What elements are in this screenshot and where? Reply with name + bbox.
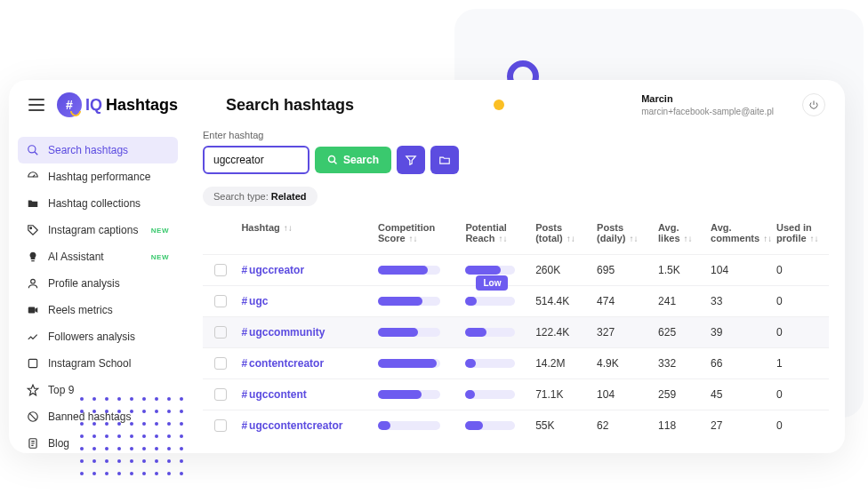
- power-button[interactable]: [802, 93, 825, 116]
- svg-point-2: [31, 279, 36, 283]
- table-row: #ugccontent 71.1K 104 259 45 0: [203, 378, 829, 410]
- used-value: 0: [776, 326, 829, 339]
- posts-total-value: 260K: [535, 264, 597, 276]
- hashtag-link[interactable]: #ugccommunity: [241, 326, 325, 339]
- sidebar-item-label: Search hashtags: [48, 144, 128, 156]
- power-icon: [808, 100, 819, 110]
- search-label: Enter hashtag: [203, 130, 829, 140]
- main-content: Enter hashtag Search Search type: Relate…: [187, 130, 845, 453]
- gauge-icon: [27, 171, 39, 183]
- user-name: Marcin: [641, 92, 774, 105]
- reach-tooltip: Low: [476, 275, 508, 291]
- hashtag-link[interactable]: #ugccreator: [241, 264, 304, 276]
- used-value: 0: [776, 419, 829, 432]
- hamburger-menu-icon[interactable]: [28, 99, 44, 111]
- posts-daily-value: 327: [597, 326, 658, 339]
- search-input[interactable]: [203, 146, 309, 174]
- status-dot-icon: [494, 100, 504, 110]
- used-value: 0: [776, 264, 829, 276]
- search-type-chip[interactable]: Search type: Related: [203, 187, 317, 206]
- row-checkbox[interactable]: [214, 295, 227, 307]
- search-button[interactable]: Search: [315, 147, 391, 173]
- competition-bar: [378, 297, 440, 306]
- filter-button[interactable]: [397, 146, 425, 174]
- col-comments[interactable]: Avg. comments↑↓: [711, 222, 776, 243]
- folder-button[interactable]: [430, 146, 459, 174]
- logo-badge-icon: #: [57, 92, 82, 117]
- hashtag-link[interactable]: #ugccontentcreator: [241, 419, 342, 432]
- likes-value: 118: [658, 419, 711, 432]
- competition-bar: [378, 266, 440, 275]
- likes-value: 259: [658, 388, 711, 401]
- comments-value: 66: [711, 357, 776, 370]
- table-header: Hashtag↑↓ Competition Score↑↓ Potential …: [203, 211, 829, 254]
- used-value: 0: [776, 295, 829, 307]
- sort-icon: ↑↓: [630, 234, 639, 243]
- col-posts-daily[interactable]: Posts (daily)↑↓: [597, 222, 658, 243]
- svg-rect-3: [28, 307, 36, 314]
- col-likes[interactable]: Avg. likes↑↓: [658, 222, 711, 243]
- sidebar-item-school[interactable]: Instagram School: [18, 350, 178, 377]
- sidebar-item-bulb[interactable]: AI AssistantNEW: [18, 243, 178, 270]
- folder-icon: [27, 197, 39, 210]
- table-row: #ugc Low 514.4K 474 241 33 0: [203, 285, 829, 316]
- col-hashtag[interactable]: Hashtag↑↓: [237, 222, 378, 243]
- hashtag-link[interactable]: #ugccontent: [241, 388, 306, 401]
- comments-value: 104: [711, 264, 776, 276]
- competition-bar: [378, 421, 440, 430]
- sidebar-item-label: Hashtag performance: [48, 171, 150, 183]
- reach-bar: [465, 359, 515, 368]
- results-table: Hashtag↑↓ Competition Score↑↓ Potential …: [203, 211, 829, 444]
- hash-icon: #: [241, 388, 247, 401]
- posts-daily-value: 4.9K: [597, 357, 658, 370]
- search-icon: [27, 144, 39, 156]
- row-checkbox[interactable]: [214, 357, 227, 370]
- search-icon: [327, 155, 338, 165]
- col-reach[interactable]: Potential Reach↑↓: [465, 222, 535, 243]
- video-icon: [27, 304, 39, 316]
- row-checkbox[interactable]: [214, 388, 227, 401]
- hash-icon: #: [241, 295, 247, 307]
- logo[interactable]: # IQ Hashtags: [57, 92, 178, 117]
- sort-icon: ↑↓: [684, 234, 693, 243]
- reach-bar: [465, 421, 515, 430]
- col-used[interactable]: Used in profile↑↓: [776, 222, 829, 243]
- hash-icon: #: [241, 357, 247, 370]
- used-value: 1: [776, 357, 829, 370]
- sort-icon: ↑↓: [810, 234, 819, 243]
- sidebar-item-tag[interactable]: Instagram captionsNEW: [18, 217, 178, 243]
- sidebar-item-user[interactable]: Profile analysis: [18, 270, 178, 297]
- sidebar-item-chart[interactable]: Followers analysis: [18, 323, 178, 350]
- logo-name: Hashtags: [106, 96, 178, 115]
- sidebar-item-video[interactable]: Reels metrics: [18, 297, 178, 323]
- hashtag-link[interactable]: #ugc: [241, 295, 268, 307]
- table-row: #ugccontentcreator 55K 62 118 27 0: [203, 410, 829, 441]
- sort-icon: ↑↓: [284, 223, 293, 233]
- user-email: marcin+facebook-sample@aite.pl: [641, 106, 774, 117]
- sidebar-item-label: Hashtag collections: [48, 197, 141, 210]
- sidebar-item-label: Reels metrics: [48, 304, 113, 316]
- competition-bar: [378, 359, 440, 368]
- search-type-prefix: Search type:: [213, 191, 269, 202]
- hash-icon: #: [241, 419, 247, 432]
- sidebar-item-label: Instagram captions: [48, 224, 138, 236]
- sidebar-item-folder[interactable]: Hashtag collections: [18, 190, 178, 217]
- competition-bar: [378, 328, 440, 337]
- row-checkbox[interactable]: [214, 264, 227, 276]
- competition-bar: [378, 390, 440, 399]
- bg-decoration-dots: [80, 397, 183, 484]
- row-checkbox[interactable]: [214, 326, 227, 339]
- col-posts-total[interactable]: Posts (total)↑↓: [535, 222, 597, 243]
- sidebar-item-gauge[interactable]: Hashtag performance: [18, 163, 178, 190]
- star-icon: [27, 384, 39, 396]
- sort-icon: ↑↓: [498, 234, 507, 243]
- row-checkbox[interactable]: [214, 419, 227, 432]
- posts-total-value: 14.2M: [535, 357, 597, 370]
- sort-icon: ↑↓: [763, 234, 772, 243]
- user-block[interactable]: Marcin marcin+facebook-sample@aite.pl: [641, 92, 774, 116]
- comments-value: 33: [711, 295, 776, 307]
- sidebar-item-search[interactable]: Search hashtags: [18, 137, 178, 163]
- col-competition[interactable]: Competition Score↑↓: [378, 222, 465, 243]
- table-row: #ugccreator 260K 695 1.5K 104 0: [203, 254, 829, 285]
- hashtag-link[interactable]: #contentcreator: [241, 357, 324, 370]
